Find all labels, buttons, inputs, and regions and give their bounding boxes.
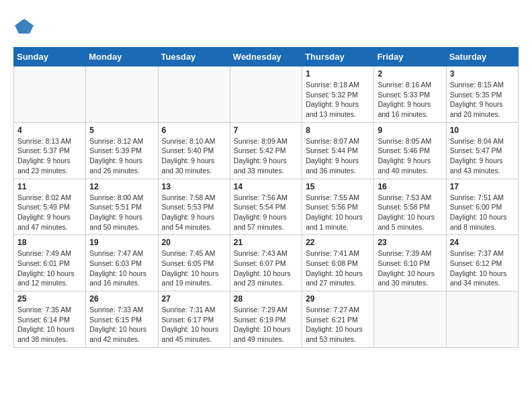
day-number: 18	[17, 238, 82, 247]
day-info: Sunrise: 8:00 AM Sunset: 5:51 PM Dayligh…	[89, 193, 154, 232]
day-info: Sunrise: 8:05 AM Sunset: 5:46 PM Dayligh…	[378, 136, 442, 176]
day-number: 3	[450, 69, 515, 79]
calendar-week-row: 4Sunrise: 8:13 AM Sunset: 5:37 PM Daylig…	[14, 122, 519, 179]
calendar-cell: 16Sunrise: 7:53 AM Sunset: 5:58 PM Dayli…	[374, 179, 446, 235]
day-info: Sunrise: 8:18 AM Sunset: 5:32 PM Dayligh…	[306, 80, 370, 120]
svg-marker-0	[15, 19, 34, 34]
day-number: 27	[162, 294, 226, 304]
day-number: 22	[306, 238, 370, 247]
day-info: Sunrise: 8:04 AM Sunset: 5:47 PM Dayligh…	[450, 136, 515, 176]
day-number: 11	[17, 182, 82, 191]
day-number: 13	[162, 182, 226, 191]
day-info: Sunrise: 8:07 AM Sunset: 5:44 PM Dayligh…	[306, 136, 370, 176]
calendar-cell: 6Sunrise: 8:10 AM Sunset: 5:40 PM Daylig…	[158, 122, 230, 179]
weekday-header-friday: Friday	[374, 48, 446, 66]
weekday-header-wednesday: Wednesday	[230, 48, 302, 66]
calendar-cell: 3Sunrise: 8:15 AM Sunset: 5:35 PM Daylig…	[446, 66, 518, 123]
day-info: Sunrise: 8:12 AM Sunset: 5:39 PM Dayligh…	[89, 136, 154, 176]
calendar-cell: 1Sunrise: 8:18 AM Sunset: 5:32 PM Daylig…	[302, 66, 374, 123]
weekday-header-monday: Monday	[86, 48, 158, 66]
day-info: Sunrise: 7:37 AM Sunset: 6:12 PM Dayligh…	[450, 248, 515, 288]
calendar-cell	[14, 66, 86, 123]
day-info: Sunrise: 7:43 AM Sunset: 6:07 PM Dayligh…	[234, 248, 298, 288]
day-info: Sunrise: 7:29 AM Sunset: 6:19 PM Dayligh…	[234, 305, 298, 345]
calendar-cell: 26Sunrise: 7:33 AM Sunset: 6:15 PM Dayli…	[86, 291, 158, 348]
day-number: 12	[89, 182, 154, 191]
calendar-cell	[86, 66, 158, 123]
day-number: 16	[378, 182, 442, 191]
weekday-header-thursday: Thursday	[302, 48, 374, 66]
day-info: Sunrise: 7:35 AM Sunset: 6:14 PM Dayligh…	[17, 305, 82, 345]
weekday-header-tuesday: Tuesday	[158, 48, 230, 66]
day-info: Sunrise: 7:27 AM Sunset: 6:21 PM Dayligh…	[306, 305, 370, 345]
calendar-cell: 19Sunrise: 7:47 AM Sunset: 6:03 PM Dayli…	[86, 235, 158, 291]
day-info: Sunrise: 8:13 AM Sunset: 5:37 PM Dayligh…	[17, 136, 82, 176]
day-number: 25	[17, 294, 82, 304]
day-info: Sunrise: 7:41 AM Sunset: 6:08 PM Dayligh…	[306, 248, 370, 288]
day-number: 10	[450, 126, 515, 135]
day-number: 17	[450, 182, 515, 191]
day-info: Sunrise: 7:51 AM Sunset: 6:00 PM Dayligh…	[450, 193, 515, 232]
calendar-cell: 9Sunrise: 8:05 AM Sunset: 5:46 PM Daylig…	[374, 122, 446, 179]
day-info: Sunrise: 7:33 AM Sunset: 6:15 PM Dayligh…	[89, 305, 154, 345]
day-number: 15	[306, 182, 370, 191]
day-info: Sunrise: 7:53 AM Sunset: 5:58 PM Dayligh…	[378, 193, 442, 232]
day-info: Sunrise: 8:10 AM Sunset: 5:40 PM Dayligh…	[162, 136, 226, 176]
calendar-cell: 27Sunrise: 7:31 AM Sunset: 6:17 PM Dayli…	[158, 291, 230, 348]
calendar-cell: 8Sunrise: 8:07 AM Sunset: 5:44 PM Daylig…	[302, 122, 374, 179]
calendar-cell: 2Sunrise: 8:16 AM Sunset: 5:33 PM Daylig…	[374, 66, 446, 123]
calendar-cell: 10Sunrise: 8:04 AM Sunset: 5:47 PM Dayli…	[446, 122, 518, 179]
day-info: Sunrise: 8:09 AM Sunset: 5:42 PM Dayligh…	[234, 136, 298, 176]
weekday-header-row: SundayMondayTuesdayWednesdayThursdayFrid…	[14, 48, 519, 66]
day-number: 28	[234, 294, 298, 304]
day-number: 1	[306, 69, 370, 79]
page-header	[13, 13, 519, 36]
calendar-cell: 22Sunrise: 7:41 AM Sunset: 6:08 PM Dayli…	[302, 235, 374, 291]
day-info: Sunrise: 7:49 AM Sunset: 6:01 PM Dayligh…	[17, 248, 82, 288]
logo	[13, 16, 35, 36]
calendar-week-row: 1Sunrise: 8:18 AM Sunset: 5:32 PM Daylig…	[14, 66, 519, 123]
calendar-cell: 7Sunrise: 8:09 AM Sunset: 5:42 PM Daylig…	[230, 122, 302, 179]
calendar-cell	[230, 66, 302, 123]
day-number: 6	[162, 126, 226, 135]
day-number: 8	[306, 126, 370, 135]
calendar-cell	[158, 66, 230, 123]
day-number: 4	[17, 126, 82, 135]
day-number: 7	[234, 126, 298, 135]
day-number: 29	[306, 294, 370, 304]
weekday-header-sunday: Sunday	[14, 48, 86, 66]
calendar-cell: 4Sunrise: 8:13 AM Sunset: 5:37 PM Daylig…	[14, 122, 86, 179]
day-number: 23	[378, 238, 442, 247]
calendar-cell: 28Sunrise: 7:29 AM Sunset: 6:19 PM Dayli…	[230, 291, 302, 348]
day-info: Sunrise: 8:16 AM Sunset: 5:33 PM Dayligh…	[378, 80, 442, 120]
day-info: Sunrise: 7:56 AM Sunset: 5:54 PM Dayligh…	[234, 193, 298, 232]
calendar-week-row: 25Sunrise: 7:35 AM Sunset: 6:14 PM Dayli…	[14, 291, 519, 348]
calendar-cell: 17Sunrise: 7:51 AM Sunset: 6:00 PM Dayli…	[446, 179, 518, 235]
day-number: 21	[234, 238, 298, 247]
day-info: Sunrise: 7:39 AM Sunset: 6:10 PM Dayligh…	[378, 248, 442, 288]
day-number: 19	[89, 238, 154, 247]
day-number: 5	[89, 126, 154, 135]
calendar-cell: 14Sunrise: 7:56 AM Sunset: 5:54 PM Dayli…	[230, 179, 302, 235]
calendar-cell: 18Sunrise: 7:49 AM Sunset: 6:01 PM Dayli…	[14, 235, 86, 291]
day-number: 26	[89, 294, 154, 304]
day-info: Sunrise: 8:02 AM Sunset: 5:49 PM Dayligh…	[17, 193, 82, 232]
day-info: Sunrise: 7:55 AM Sunset: 5:56 PM Dayligh…	[306, 193, 370, 232]
calendar-cell: 11Sunrise: 8:02 AM Sunset: 5:49 PM Dayli…	[14, 179, 86, 235]
day-number: 2	[378, 69, 442, 79]
calendar-cell: 15Sunrise: 7:55 AM Sunset: 5:56 PM Dayli…	[302, 179, 374, 235]
day-info: Sunrise: 8:15 AM Sunset: 5:35 PM Dayligh…	[450, 80, 515, 120]
day-info: Sunrise: 7:45 AM Sunset: 6:05 PM Dayligh…	[162, 248, 226, 288]
calendar-week-row: 18Sunrise: 7:49 AM Sunset: 6:01 PM Dayli…	[14, 235, 519, 291]
calendar-cell: 20Sunrise: 7:45 AM Sunset: 6:05 PM Dayli…	[158, 235, 230, 291]
calendar-cell: 29Sunrise: 7:27 AM Sunset: 6:21 PM Dayli…	[302, 291, 374, 348]
calendar-table: SundayMondayTuesdayWednesdayThursdayFrid…	[13, 47, 519, 348]
calendar-cell: 25Sunrise: 7:35 AM Sunset: 6:14 PM Dayli…	[14, 291, 86, 348]
calendar-cell: 24Sunrise: 7:37 AM Sunset: 6:12 PM Dayli…	[446, 235, 518, 291]
calendar-cell: 13Sunrise: 7:58 AM Sunset: 5:53 PM Dayli…	[158, 179, 230, 235]
calendar-cell: 21Sunrise: 7:43 AM Sunset: 6:07 PM Dayli…	[230, 235, 302, 291]
day-info: Sunrise: 7:47 AM Sunset: 6:03 PM Dayligh…	[89, 248, 154, 288]
weekday-header-saturday: Saturday	[446, 48, 518, 66]
day-info: Sunrise: 7:58 AM Sunset: 5:53 PM Dayligh…	[162, 193, 226, 232]
day-number: 24	[450, 238, 515, 247]
